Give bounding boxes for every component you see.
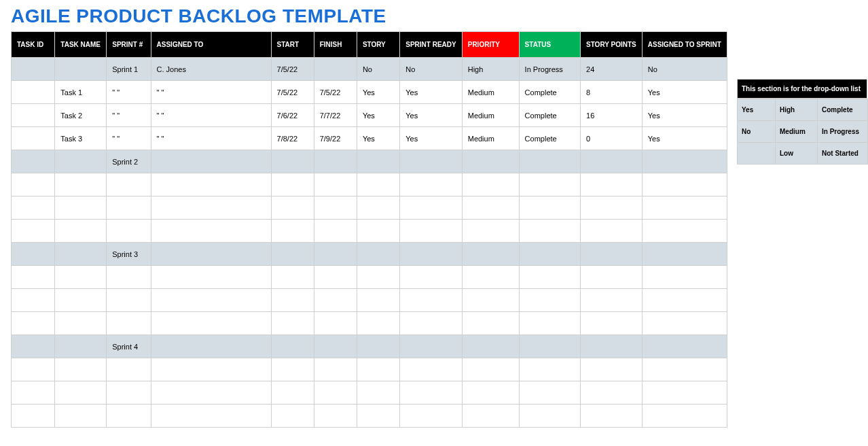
cell-priority[interactable]	[462, 335, 519, 358]
cell-task_id[interactable]	[12, 243, 55, 266]
cell-finish[interactable]	[314, 358, 357, 381]
cell-sprint[interactable]: Sprint 4	[107, 335, 151, 358]
cell-sprint[interactable]	[107, 173, 151, 196]
cell-ready[interactable]	[400, 173, 462, 196]
cell-task_id[interactable]	[12, 335, 55, 358]
cell-assigned[interactable]	[151, 150, 271, 173]
cell-story[interactable]	[357, 173, 399, 196]
cell-ready[interactable]	[400, 312, 462, 335]
cell-sprint[interactable]	[107, 266, 151, 289]
cell-finish[interactable]	[314, 312, 357, 335]
cell-ready[interactable]	[400, 196, 462, 220]
cell-points[interactable]: 8	[581, 81, 643, 104]
cell-task_name[interactable]	[55, 196, 107, 220]
cell-task_id[interactable]	[12, 173, 55, 196]
cell-start[interactable]	[271, 266, 314, 289]
cell-story[interactable]: Yes	[357, 81, 399, 104]
cell-status[interactable]: In Progress	[519, 58, 580, 81]
cell-task_id[interactable]	[12, 104, 55, 127]
cell-asprint[interactable]: No	[642, 58, 727, 81]
cell-task_name[interactable]	[55, 150, 107, 173]
cell-start[interactable]: 7/8/22	[271, 127, 314, 150]
cell-sprint[interactable]: " "	[107, 104, 151, 127]
cell-asprint[interactable]: Yes	[642, 81, 727, 104]
cell-story[interactable]	[357, 335, 399, 358]
cell-sprint[interactable]: " "	[107, 81, 151, 104]
cell-sprint[interactable]	[107, 358, 151, 381]
cell-points[interactable]	[581, 196, 643, 220]
cell-start[interactable]	[271, 335, 314, 358]
cell-task_name[interactable]	[55, 243, 107, 266]
cell-assigned[interactable]	[151, 220, 271, 243]
cell-sprint[interactable]: Sprint 2	[107, 150, 151, 173]
cell-task_id[interactable]	[12, 358, 55, 381]
cell-ready[interactable]: No	[400, 58, 462, 81]
cell-ready[interactable]: Yes	[400, 104, 462, 127]
cell-task_id[interactable]	[12, 196, 55, 220]
cell-sprint[interactable]: Sprint 1	[107, 58, 151, 81]
cell-points[interactable]	[581, 243, 643, 266]
cell-priority[interactable]	[462, 358, 519, 381]
cell-asprint[interactable]	[642, 381, 727, 405]
cell-status[interactable]: Complete	[519, 81, 580, 104]
cell-task_name[interactable]	[55, 220, 107, 243]
cell-points[interactable]	[581, 173, 643, 196]
cell-start[interactable]	[271, 358, 314, 381]
cell-status[interactable]	[519, 196, 580, 220]
cell-task_name[interactable]: Task 2	[55, 104, 107, 127]
cell-ready[interactable]	[400, 220, 462, 243]
cell-story[interactable]	[357, 220, 399, 243]
cell-story[interactable]	[357, 266, 399, 289]
cell-asprint[interactable]	[642, 150, 727, 173]
cell-sprint[interactable]	[107, 405, 151, 428]
cell-points[interactable]	[581, 405, 643, 428]
cell-status[interactable]: Complete	[519, 127, 580, 150]
cell-ready[interactable]	[400, 358, 462, 381]
cell-sprint[interactable]: Sprint 3	[107, 243, 151, 266]
cell-assigned[interactable]: C. Jones	[151, 58, 271, 81]
cell-priority[interactable]	[462, 243, 519, 266]
cell-assigned[interactable]	[151, 243, 271, 266]
cell-assigned[interactable]: " "	[151, 104, 271, 127]
cell-assigned[interactable]	[151, 173, 271, 196]
cell-ready[interactable]	[400, 266, 462, 289]
cell-asprint[interactable]	[642, 243, 727, 266]
cell-ready[interactable]: Yes	[400, 127, 462, 150]
cell-story[interactable]	[357, 312, 399, 335]
cell-story[interactable]	[357, 358, 399, 381]
cell-points[interactable]	[581, 312, 643, 335]
cell-ready[interactable]	[400, 335, 462, 358]
cell-priority[interactable]	[462, 381, 519, 405]
cell-asprint[interactable]	[642, 405, 727, 428]
cell-priority[interactable]: Medium	[462, 127, 519, 150]
cell-status[interactable]	[519, 381, 580, 405]
cell-priority[interactable]: Medium	[462, 104, 519, 127]
cell-asprint[interactable]	[642, 289, 727, 312]
cell-sprint[interactable]	[107, 289, 151, 312]
cell-task_name[interactable]	[55, 358, 107, 381]
cell-ready[interactable]	[400, 150, 462, 173]
cell-story[interactable]: Yes	[357, 104, 399, 127]
cell-task_name[interactable]	[55, 266, 107, 289]
cell-sprint[interactable]: " "	[107, 127, 151, 150]
cell-ready[interactable]: Yes	[400, 81, 462, 104]
cell-task_name[interactable]: Task 3	[55, 127, 107, 150]
cell-story[interactable]: No	[357, 58, 399, 81]
cell-assigned[interactable]	[151, 335, 271, 358]
cell-points[interactable]	[581, 335, 643, 358]
cell-finish[interactable]	[314, 289, 357, 312]
cell-task_id[interactable]	[12, 58, 55, 81]
cell-finish[interactable]	[314, 220, 357, 243]
cell-story[interactable]	[357, 243, 399, 266]
cell-start[interactable]	[271, 381, 314, 405]
cell-assigned[interactable]	[151, 405, 271, 428]
cell-status[interactable]	[519, 358, 580, 381]
cell-assigned[interactable]: " "	[151, 127, 271, 150]
cell-finish[interactable]	[314, 335, 357, 358]
cell-points[interactable]: 16	[581, 104, 643, 127]
cell-start[interactable]	[271, 312, 314, 335]
cell-task_id[interactable]	[12, 405, 55, 428]
cell-assigned[interactable]	[151, 381, 271, 405]
cell-start[interactable]	[271, 289, 314, 312]
cell-task_name[interactable]	[55, 405, 107, 428]
